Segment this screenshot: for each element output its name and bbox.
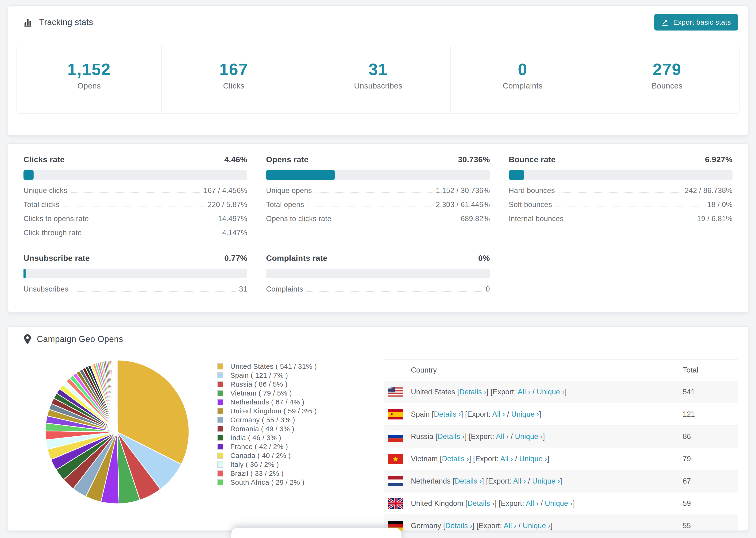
export-icon (661, 18, 669, 26)
bracket: [ (440, 455, 442, 463)
flag-icon-nl (388, 476, 404, 486)
bracket: ] (465, 432, 469, 441)
export-all-link[interactable]: All › (496, 432, 509, 441)
slash: / (526, 477, 532, 485)
legend-item-brazil: Brazil ( 33 / 2% ) (217, 469, 317, 478)
details-link[interactable]: Details › (455, 477, 482, 485)
stat-label: Unsubscribes (306, 81, 450, 90)
export-all-link[interactable]: All › (504, 521, 516, 530)
legend-swatch (217, 479, 223, 485)
legend-label: Brazil ( 33 / 2% ) (230, 469, 284, 477)
slash: / (509, 432, 515, 441)
export-basic-stats-button[interactable]: Export basic stats (654, 14, 738, 30)
detail-label: Click through rate (24, 229, 82, 237)
export-unique-link[interactable]: Unique › (537, 388, 565, 396)
export-unique-link[interactable]: Unique › (532, 477, 560, 485)
legend-item-germany: Germany ( 55 / 3% ) (217, 415, 317, 424)
details-link[interactable]: Details › (467, 499, 495, 508)
rates-card: Clicks rate4.46%Unique clicks167 / 4.456… (8, 143, 748, 313)
export-all-link[interactable]: All › (513, 477, 526, 485)
export-label: [Export: (499, 499, 526, 508)
legend-label: United States ( 541 / 31% ) (230, 362, 317, 370)
export-all-link[interactable]: All › (518, 388, 530, 396)
bracket: ] (543, 432, 545, 441)
export-all-link[interactable]: All › (526, 499, 539, 508)
tracking-stats-card: Tracking stats Export basic stats 1,152O… (8, 5, 748, 136)
legend-item-vietnam: Vietnam ( 79 / 5% ) (217, 389, 317, 398)
rate-progress-bar (509, 170, 732, 180)
detail-label: Clicks to opens rate (24, 215, 89, 223)
dotted-leader (558, 192, 681, 193)
detail-value: 0 (486, 285, 490, 293)
stat-value: 167 (162, 61, 306, 78)
rate-detail-row-soft-bounces: Soft bounces18 / 0% (509, 198, 732, 212)
export-unique-link[interactable]: Unique › (545, 499, 573, 508)
export-all-link[interactable]: All › (492, 410, 505, 418)
detail-label: Total opens (266, 201, 304, 209)
country-cell: Russia [Details ›] [Export: All › / Uniq… (411, 432, 683, 441)
rate-progress-fill (24, 269, 26, 278)
legend-item-netherlands: Netherlands ( 67 / 4% ) (217, 398, 317, 406)
stat-value: 1,152 (17, 61, 161, 78)
rate-block-complaints-rate: Complaints rate0%Complaints0 (266, 253, 490, 296)
dotted-leader (85, 235, 219, 235)
dotted-leader (72, 291, 236, 292)
rate-detail-row-opens-to-clicks-rate: Opens to clicks rate689.82% (266, 212, 490, 226)
detail-label: Soft bounces (509, 201, 552, 209)
export-label: [Export: (469, 432, 496, 441)
geo-table-header: Country Total (384, 360, 738, 381)
detail-value: 2,303 / 61.446% (436, 201, 490, 209)
country-name: Germany (411, 521, 443, 530)
details-link[interactable]: Details › (445, 521, 473, 530)
bracket: ] (461, 410, 465, 418)
detail-label: Complaints (266, 285, 303, 293)
pie-slice-other-41 (117, 360, 117, 432)
stat-label: Clicks (162, 81, 306, 90)
total-cell: 67 (683, 477, 738, 485)
export-all-link[interactable]: All › (500, 455, 513, 463)
flag-icon-gb (388, 498, 404, 509)
stat-value: 31 (306, 61, 450, 78)
country-name: Vietnam (411, 455, 440, 463)
legend-item-spain: Spain ( 121 / 7% ) (217, 371, 317, 380)
rate-value: 30.736% (458, 155, 490, 164)
rate-value: 0% (478, 253, 490, 263)
rate-progress-fill (24, 170, 33, 180)
export-unique-link[interactable]: Unique › (523, 521, 551, 530)
legend-label: United Kingdom ( 59 / 3% ) (230, 407, 317, 415)
country-cell: Vietnam [Details ›] [Export: All › / Uni… (411, 455, 683, 463)
details-link[interactable]: Details › (434, 410, 461, 418)
bracket: ] (573, 499, 575, 508)
total-cell: 86 (683, 432, 738, 441)
dotted-leader (306, 291, 482, 292)
rate-block-bounce-rate: Bounce rate6.927%Hard bounces242 / 86.73… (509, 155, 732, 240)
rate-detail-row-total-opens: Total opens2,303 / 61.446% (266, 198, 490, 212)
dotted-leader (567, 221, 694, 221)
geo-title: Campaign Geo Opens (37, 334, 123, 344)
export-label: [Export: (477, 521, 504, 530)
rate-detail-row-total-clicks: Total clicks220 / 5.87% (24, 198, 247, 212)
bar-chart-icon (24, 17, 33, 27)
export-unique-link[interactable]: Unique › (511, 410, 539, 418)
details-link[interactable]: Details › (442, 455, 469, 463)
slash: / (505, 410, 511, 418)
flag-icon-us (388, 387, 404, 397)
detail-label: Unsubscribes (24, 285, 68, 293)
stat-clicks: 167Clicks (161, 46, 306, 113)
bracket: [ (443, 521, 445, 530)
legend-swatch (217, 381, 223, 387)
export-unique-link[interactable]: Unique › (515, 432, 543, 441)
legend-swatch (217, 399, 223, 405)
geo-header-divider (8, 351, 748, 352)
details-link[interactable]: Details › (459, 388, 486, 396)
tracking-stats-title: Tracking stats (24, 17, 93, 27)
rate-title: Bounce rate (509, 155, 556, 164)
pie-legend: United States ( 541 / 31% )Spain ( 121 /… (217, 362, 317, 487)
detail-value: 689.82% (460, 215, 490, 223)
country-name: Russia (411, 432, 436, 441)
export-unique-link[interactable]: Unique › (519, 455, 547, 463)
legend-swatch (217, 461, 223, 467)
details-link[interactable]: Details › (438, 432, 465, 441)
rate-detail-row-unique-opens: Unique opens1,152 / 30.736% (266, 184, 490, 198)
dotted-leader (71, 192, 200, 193)
